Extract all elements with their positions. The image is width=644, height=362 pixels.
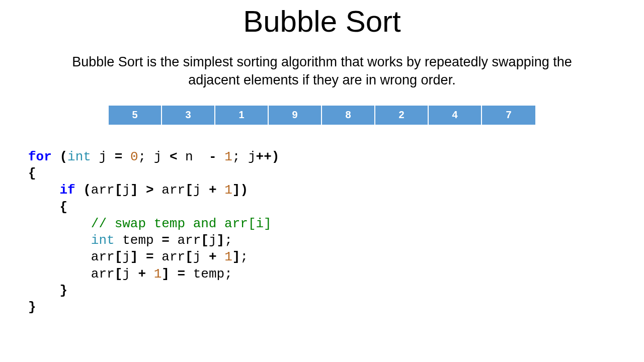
code-line: // swap temp and arr[i]: [28, 216, 644, 232]
array-cell: 9: [269, 106, 322, 125]
array-cell: 7: [482, 106, 535, 125]
array-visualization: 5 3 1 9 8 2 4 7: [0, 106, 644, 125]
code-line: {: [28, 165, 644, 182]
code-line: }: [28, 283, 644, 299]
code-line: if (arr[j] > arr[j + 1]): [28, 182, 644, 199]
array-cell: 5: [109, 106, 162, 125]
code-line: arr[j] = arr[j + 1];: [28, 249, 644, 265]
array-cell: 1: [215, 106, 269, 125]
array-cell: 4: [429, 106, 482, 125]
code-line: for (int j = 0; j < n - 1; j++): [28, 149, 644, 165]
page-title: Bubble Sort: [0, 4, 644, 39]
array-cell: 8: [322, 106, 375, 125]
array-cell: 2: [375, 106, 429, 125]
code-line: {: [28, 199, 644, 216]
description-text: Bubble Sort is the simplest sorting algo…: [0, 53, 644, 89]
code-block: for (int j = 0; j < n - 1; j++) { if (ar…: [28, 149, 644, 316]
array-cell: 3: [162, 106, 215, 125]
code-line: int temp = arr[j];: [28, 232, 644, 249]
code-line: }: [28, 299, 644, 316]
code-line: arr[j + 1] = temp;: [28, 266, 644, 283]
